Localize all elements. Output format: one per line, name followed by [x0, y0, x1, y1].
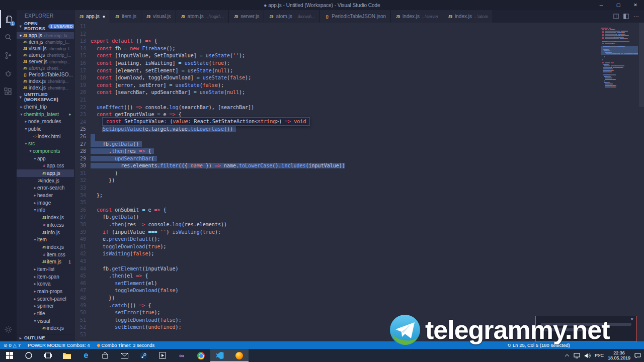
code-line[interactable]: const [download, toggleDownload] = useSt…	[91, 75, 599, 82]
start-button[interactable]	[0, 349, 19, 362]
open-editor-item[interactable]: JSatom.jschemi...	[17, 65, 74, 71]
split-editor-icon[interactable]	[613, 14, 619, 19]
tree-item-app.css[interactable]: #app.css	[17, 162, 74, 170]
code-line[interactable]: res.elements.filter(({ name }) => name.t…	[91, 163, 599, 170]
tree-item-item-span[interactable]: ▸item-span	[17, 273, 74, 281]
tree-item-item[interactable]: ▾item	[17, 236, 74, 243]
visual-studio-icon[interactable]: ∞	[172, 349, 191, 362]
maximize-button[interactable]: ▢	[610, 0, 627, 10]
line-number[interactable]: 34	[74, 193, 91, 200]
line-number[interactable]: 45	[74, 273, 91, 281]
code-content[interactable]: export default () => { const fb = new Fi…	[91, 24, 599, 339]
tree-item-public[interactable]: ▾public	[17, 125, 74, 133]
code-line[interactable]: const onSubmit = e => {	[91, 207, 599, 215]
line-number[interactable]: 38	[74, 222, 91, 229]
line-number[interactable]: 39	[74, 229, 91, 237]
line-number[interactable]: 53	[74, 332, 91, 339]
code-line[interactable]	[91, 134, 599, 141]
chrome-icon[interactable]	[191, 349, 210, 362]
code-line[interactable]	[91, 200, 599, 207]
firefox-icon[interactable]	[229, 349, 249, 362]
open-editors-header[interactable]: ▾ OPEN EDITORS 1 UNSAVED	[17, 20, 74, 32]
extensions-icon[interactable]	[0, 82, 17, 101]
workspace-header[interactable]: ▾ UNTITLED (WORKSPACE)	[17, 91, 74, 103]
line-number[interactable]: 12	[74, 31, 91, 39]
line-number[interactable]: 16	[74, 60, 91, 68]
edge-icon[interactable]: e	[76, 349, 96, 362]
line-number[interactable]: 21	[74, 97, 91, 105]
open-editor-item[interactable]: JSserver.jschemitrip...	[17, 58, 74, 65]
code-line[interactable]	[91, 31, 599, 39]
scrollbar[interactable]	[639, 23, 644, 107]
code-line[interactable]: SetInputValue(e.target.value.toLowerCase…	[91, 126, 599, 134]
line-number[interactable]: 26	[74, 134, 91, 141]
tab-atom.js[interactable]: JSatom.js...\logic\...	[176, 10, 229, 23]
line-number[interactable]: 42	[74, 251, 91, 258]
code-line[interactable]: e.preventDefault();	[91, 236, 599, 244]
line-number[interactable]: 13	[74, 38, 91, 46]
line-number[interactable]: 47	[74, 288, 91, 295]
open-editor-item[interactable]: JSatom.jschemitrip_l...	[17, 52, 74, 58]
line-number[interactable]: 33	[74, 185, 91, 193]
code-line[interactable]: setElement(el)	[91, 281, 599, 288]
minimap[interactable]	[601, 25, 638, 89]
close-button[interactable]: ✕	[627, 0, 644, 10]
line-number[interactable]: 31	[74, 170, 91, 178]
tree-item-error-search[interactable]: ▸error-search	[17, 185, 74, 192]
tree-item-main-props[interactable]: ▸main-props	[17, 288, 74, 295]
line-number[interactable]: 20	[74, 89, 91, 97]
line-number[interactable]: 43	[74, 258, 91, 266]
code-line[interactable]: export default () => {	[91, 38, 599, 46]
tree-item-item.js[interactable]: JSitem.js1	[17, 258, 74, 265]
code-line[interactable]: .then(res => {	[91, 148, 599, 156]
line-number[interactable]: 37	[74, 214, 91, 222]
line-number[interactable]: 41	[74, 244, 91, 251]
tree-item-index.js[interactable]: JSindex.js	[17, 214, 74, 221]
tree-item-title[interactable]: ▸title	[17, 310, 74, 317]
task-view-icon[interactable]	[38, 349, 57, 362]
line-number[interactable]: 25	[74, 126, 91, 134]
tree-item-item.css[interactable]: #item.css	[17, 251, 74, 258]
code-line[interactable]: const fb = new Firebase();	[91, 46, 599, 53]
tab-item.js[interactable]: JSitem.js	[110, 10, 141, 23]
mail-icon[interactable]	[115, 349, 134, 362]
code-line[interactable]: isWaiting(false);	[91, 251, 599, 258]
open-editor-item[interactable]: JSvisual.jschemitrip_l...	[17, 45, 74, 52]
code-editor[interactable]: 1112131415161718192021222324252627282930…	[74, 23, 644, 341]
search-icon[interactable]	[0, 28, 17, 46]
tree-item-index.html[interactable]: <>index.html	[17, 133, 74, 140]
line-number[interactable]: 15	[74, 53, 91, 60]
line-number[interactable]: 17	[74, 68, 91, 75]
more-actions-icon[interactable]: ⋯	[633, 13, 639, 20]
close-icon[interactable]: ✕	[630, 317, 634, 322]
code-line[interactable]: };	[91, 193, 599, 200]
code-line[interactable]: const [waiting, isWaiting] = useState(tr…	[91, 60, 599, 68]
line-number-gutter[interactable]: 1112131415161718192021222324252627282930…	[74, 24, 91, 339]
code-line[interactable]: .then(el => {	[91, 273, 599, 281]
steam-icon[interactable]	[134, 349, 153, 362]
line-number[interactable]: 18	[74, 75, 91, 82]
code-line[interactable]: const [element, setElement] = useState(n…	[91, 68, 599, 75]
tree-item-visual[interactable]: ▾visual	[17, 317, 74, 325]
line-number[interactable]: 48	[74, 295, 91, 303]
line-number[interactable]: 50	[74, 310, 91, 317]
code-line[interactable]: if (inputValue === '') isWaiting(true);	[91, 229, 599, 237]
tree-item-info.js[interactable]: JSinfo.js	[17, 229, 74, 236]
tree-item-search-panel[interactable]: ▸search-panel	[17, 295, 74, 303]
layout-icon[interactable]	[623, 14, 629, 19]
tree-item-konva[interactable]: ▸konva	[17, 281, 74, 288]
search-taskbar-icon[interactable]	[19, 349, 38, 362]
code-line[interactable]: })	[91, 295, 599, 303]
tree-item-info[interactable]: ▾info	[17, 207, 74, 214]
tree-item-image[interactable]: ▸image	[17, 199, 74, 207]
code-line[interactable]: updSearchBar(	[91, 156, 599, 163]
tree-item-node_modules[interactable]: ▸node_modules	[17, 118, 74, 125]
code-line[interactable]: useEffect(() => console.log(searchBar), …	[91, 105, 599, 112]
line-number[interactable]: 23	[74, 112, 91, 119]
tab-app.js[interactable]: JSapp.js●	[74, 10, 110, 23]
line-number[interactable]: 32	[74, 177, 91, 185]
open-editor-item[interactable]: JSindex.jschemitrip...	[17, 84, 74, 91]
minimize-button[interactable]: ─	[593, 0, 610, 10]
tab-server.js[interactable]: JSserver.js	[229, 10, 264, 23]
line-number[interactable]: 30	[74, 163, 91, 170]
